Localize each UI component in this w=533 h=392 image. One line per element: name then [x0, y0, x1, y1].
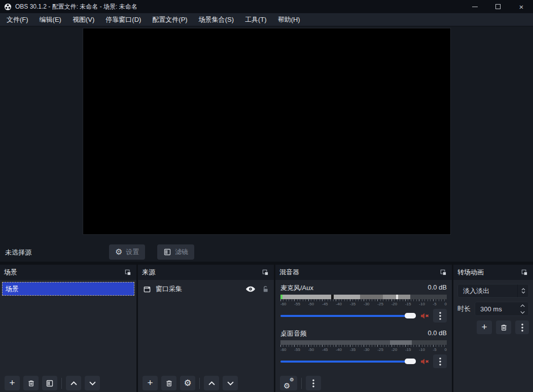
meter-tick-label: -45 — [322, 302, 328, 306]
dock-popout-icon[interactable] — [439, 268, 448, 277]
toolbar-separator — [61, 378, 62, 389]
meter-tick-label: -15 — [405, 347, 411, 352]
maximize-icon — [495, 4, 501, 9]
window-capture-icon — [143, 286, 151, 293]
meter-tick-label: -40 — [336, 347, 342, 352]
meter-tick-label: -5 — [433, 302, 437, 306]
volume-slider[interactable] — [280, 313, 416, 319]
meter-tick-label: -40 — [336, 302, 342, 306]
minimize-icon — [472, 7, 478, 7]
slider-handle[interactable] — [405, 359, 416, 364]
visibility-eye-icon[interactable] — [245, 286, 256, 292]
dock-popout-icon[interactable] — [261, 268, 270, 277]
remove-transition-button[interactable] — [496, 320, 511, 334]
source-properties-button[interactable]: ⚙ — [180, 376, 195, 390]
meter-tick-label: -5 — [433, 347, 437, 352]
remove-scene-button[interactable] — [23, 376, 39, 390]
duration-label: 时长 — [457, 304, 471, 313]
duration-spinbox[interactable]: 300 ms — [475, 302, 529, 316]
meter-tick-label: 0 — [445, 347, 447, 352]
lock-icon[interactable] — [262, 286, 269, 293]
mute-speaker-icon[interactable] — [420, 358, 430, 365]
maximize-button[interactable] — [486, 0, 510, 13]
chevron-down-icon — [227, 381, 234, 385]
meter-tick-label: -50 — [308, 302, 314, 306]
obs-logo-icon — [4, 3, 12, 11]
meter-tick-label: -35 — [350, 302, 356, 306]
transition-selected-value: 淡入淡出 — [458, 287, 517, 296]
meter-scale: -60-55-50-45-40-35-30-25-20-15-10-50 — [280, 302, 447, 306]
volume-slider[interactable] — [280, 359, 416, 365]
chevron-up-icon — [70, 381, 77, 385]
channel-options-button[interactable] — [433, 354, 447, 368]
ellipsis-vertical-icon — [521, 324, 523, 332]
ellipsis-vertical-icon — [312, 379, 314, 387]
move-scene-down-button[interactable] — [85, 376, 100, 390]
meter-tick-label: -20 — [392, 302, 398, 306]
menu-view[interactable]: 视图(V) — [67, 13, 100, 26]
scene-filters-button[interactable] — [42, 376, 57, 390]
move-source-up-button[interactable] — [204, 376, 219, 390]
meter-tick-label: -30 — [364, 302, 370, 306]
meter-tick-label: -50 — [308, 347, 314, 352]
trash-icon — [165, 379, 173, 387]
volume-meter — [280, 340, 447, 345]
transition-select[interactable]: 淡入淡出 — [457, 284, 529, 298]
menu-docks[interactable]: 停靠窗口(D) — [100, 13, 147, 26]
advanced-audio-button[interactable]: ⚙ ⚙ — [280, 376, 297, 390]
dock-popout-icon[interactable] — [520, 268, 529, 277]
source-list-item[interactable]: 窗口采集 — [138, 281, 274, 297]
filter-icon — [46, 379, 54, 387]
chevron-down-icon — [520, 311, 525, 314]
properties-button[interactable]: ⚙ 设置 — [109, 244, 145, 260]
menu-scene-collection[interactable]: 场景集合(S) — [193, 13, 239, 26]
remove-source-button[interactable] — [161, 376, 176, 390]
scene-transitions-dock: 转场动画 淡入淡出 时长 300 ms — [453, 265, 533, 392]
gear-icon: ⚙ — [184, 379, 191, 387]
slider-handle[interactable] — [405, 313, 416, 318]
mute-speaker-icon[interactable] — [420, 312, 430, 319]
menu-help[interactable]: 帮助(H) — [272, 13, 306, 26]
meter-tick-label: -55 — [294, 302, 300, 306]
double-gear-icon: ⚙ ⚙ — [283, 379, 294, 388]
scenes-dock: 场景 场景 + — [0, 265, 136, 392]
scenes-dock-title: 场景 — [4, 268, 17, 277]
chevron-down-icon — [521, 291, 525, 294]
channel-name: 麦克风/Aux — [280, 283, 313, 293]
add-source-button[interactable]: + — [143, 376, 158, 390]
menu-edit[interactable]: 编辑(E) — [34, 13, 67, 26]
menu-file[interactable]: 文件(F) — [1, 13, 34, 26]
transition-options-button[interactable] — [515, 320, 529, 334]
meter-tick-label: -45 — [322, 347, 328, 352]
move-scene-up-button[interactable] — [66, 376, 81, 390]
meter-ruler — [280, 299, 447, 301]
channel-options-button[interactable] — [433, 309, 447, 323]
add-scene-button[interactable]: + — [5, 376, 20, 390]
chevron-down-icon — [89, 381, 96, 385]
sources-dock: 来源 窗口采集 — [138, 265, 274, 392]
add-transition-button[interactable]: + — [477, 320, 492, 334]
trash-icon — [500, 324, 508, 332]
chevron-up-icon — [521, 288, 525, 291]
scene-list-item[interactable]: 场景 — [2, 282, 134, 296]
move-source-down-button[interactable] — [223, 376, 238, 390]
toolbar-separator — [199, 378, 200, 389]
menu-bar: 文件(F) 编辑(E) 视图(V) 停靠窗口(D) 配置文件(P) 场景集合(S… — [0, 13, 533, 26]
duration-step-down-button[interactable] — [516, 309, 528, 315]
source-name: 窗口采集 — [156, 284, 182, 294]
source-toolbar: 未选择源 ⚙ 设置 滤镜 — [0, 242, 533, 262]
meter-tick-label: -55 — [294, 347, 300, 352]
sources-dock-title: 来源 — [142, 268, 155, 277]
minimize-button[interactable] — [463, 0, 486, 13]
filters-button[interactable]: 滤镜 — [157, 244, 194, 260]
menu-profile[interactable]: 配置文件(P) — [147, 13, 193, 26]
duration-step-up-button[interactable] — [516, 302, 528, 309]
dock-popout-icon[interactable] — [123, 268, 132, 277]
close-button[interactable]: × — [510, 0, 533, 13]
audio-mixer-dock: 混音器 麦克风/Aux 0.0 dB -60-55-50-45-40-35-30… — [275, 265, 452, 392]
menu-tools[interactable]: 工具(T) — [239, 13, 272, 26]
preview-canvas[interactable] — [83, 28, 451, 235]
ellipsis-vertical-icon — [439, 358, 441, 366]
trash-icon — [27, 379, 35, 387]
mixer-options-button[interactable] — [306, 376, 321, 390]
